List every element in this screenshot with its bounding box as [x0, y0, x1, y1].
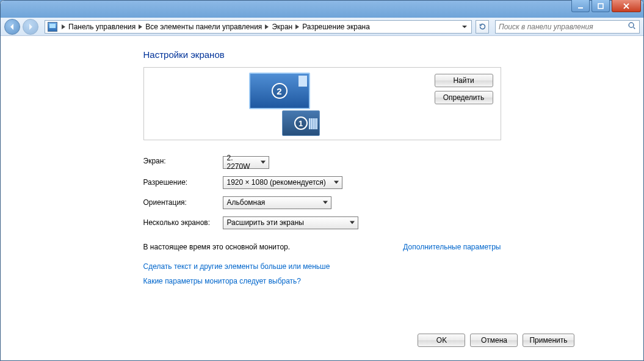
- apply-button[interactable]: Применить: [523, 334, 574, 347]
- nav-back-button[interactable]: [4, 19, 20, 35]
- monitor-1-label: 1: [294, 116, 308, 130]
- breadcrumb-sep[interactable]: [294, 24, 301, 29]
- status-row: В настоящее время это основной монитор. …: [143, 243, 501, 251]
- arrow-left-icon: [9, 23, 16, 30]
- resolution-label: Разрешение:: [143, 178, 223, 187]
- refresh-button[interactable]: [476, 20, 489, 34]
- breadcrumb-item-display[interactable]: Экран: [270, 23, 294, 31]
- window-frame: Панель управления Все элементы панели уп…: [0, 0, 644, 361]
- svg-rect-1: [598, 4, 603, 9]
- search-icon: [628, 21, 636, 32]
- orientation-dropdown[interactable]: Альбомная: [223, 196, 331, 209]
- resolution-dropdown[interactable]: 1920 × 1080 (рекомендуется): [223, 176, 342, 189]
- window-controls: [571, 0, 641, 12]
- settings-form: Экран: 2. 2270W Разрешение: 1920 × 1080 …: [143, 154, 501, 229]
- help-link[interactable]: Какие параметры монитора следует выбрать…: [143, 277, 501, 285]
- multi-label: Несколько экранов:: [143, 218, 223, 227]
- svg-rect-0: [578, 7, 583, 9]
- orientation-label: Ориентация:: [143, 198, 223, 207]
- control-panel-icon: [48, 22, 57, 32]
- advanced-settings-link[interactable]: Дополнительные параметры: [403, 243, 501, 251]
- titlebar: [1, 1, 643, 18]
- monitor-1[interactable]: 1: [282, 110, 320, 136]
- search-box[interactable]: [495, 20, 640, 34]
- monitor-2[interactable]: 2: [249, 73, 310, 109]
- nav-forward-button[interactable]: [23, 19, 38, 35]
- screen-label: Экран:: [143, 157, 223, 165]
- monitor-2-label: 2: [272, 83, 288, 99]
- breadcrumb-item-all[interactable]: Все элементы панели управления: [144, 23, 263, 31]
- breadcrumb-item-resolution[interactable]: Разрешение экрана: [301, 23, 371, 31]
- monitor-decoration: [309, 118, 317, 129]
- minimize-button[interactable]: [571, 0, 590, 12]
- identify-button[interactable]: Определить: [435, 91, 493, 104]
- screen-dropdown[interactable]: 2. 2270W: [223, 156, 269, 169]
- monitor-decoration: [298, 76, 307, 87]
- breadcrumb-sep[interactable]: [60, 24, 67, 29]
- breadcrumb-sep[interactable]: [263, 24, 270, 29]
- maximize-button[interactable]: [592, 0, 610, 12]
- close-button[interactable]: [612, 0, 641, 12]
- minimize-icon: [577, 2, 584, 10]
- text-size-link[interactable]: Сделать текст и другие элементы больше и…: [143, 262, 501, 271]
- addressbar-dropdown[interactable]: [460, 24, 469, 29]
- primary-monitor-status: В настоящее время это основной монитор.: [143, 243, 291, 251]
- multiple-displays-dropdown[interactable]: Расширить эти экраны: [223, 216, 358, 229]
- links-block: Сделать текст и другие элементы больше и…: [143, 262, 501, 285]
- refresh-icon: [479, 23, 487, 30]
- preview-buttons: Найти Определить: [427, 68, 501, 140]
- detect-button[interactable]: Найти: [435, 74, 493, 87]
- monitor-arrangement[interactable]: 2 1: [144, 68, 427, 140]
- search-input[interactable]: [499, 23, 628, 31]
- navbar: Панель управления Все элементы панели уп…: [1, 18, 643, 36]
- breadcrumb-sep[interactable]: [137, 24, 144, 29]
- page-title: Настройки экранов: [143, 49, 501, 60]
- monitor-preview-panel: 2 1 Найти Определить: [143, 67, 501, 140]
- dialog-footer: OK Отмена Применить: [12, 326, 632, 352]
- address-bar[interactable]: Панель управления Все элементы панели уп…: [45, 20, 472, 34]
- content-area: Настройки экранов 2 1 Найти Определить: [1, 36, 643, 360]
- close-icon: [623, 2, 630, 10]
- arrow-right-icon: [27, 23, 34, 30]
- svg-point-2: [629, 23, 634, 27]
- breadcrumb-item-control-panel[interactable]: Панель управления: [67, 23, 137, 31]
- cancel-button[interactable]: Отмена: [470, 334, 518, 347]
- maximize-icon: [597, 2, 604, 10]
- ok-button[interactable]: OK: [418, 334, 465, 347]
